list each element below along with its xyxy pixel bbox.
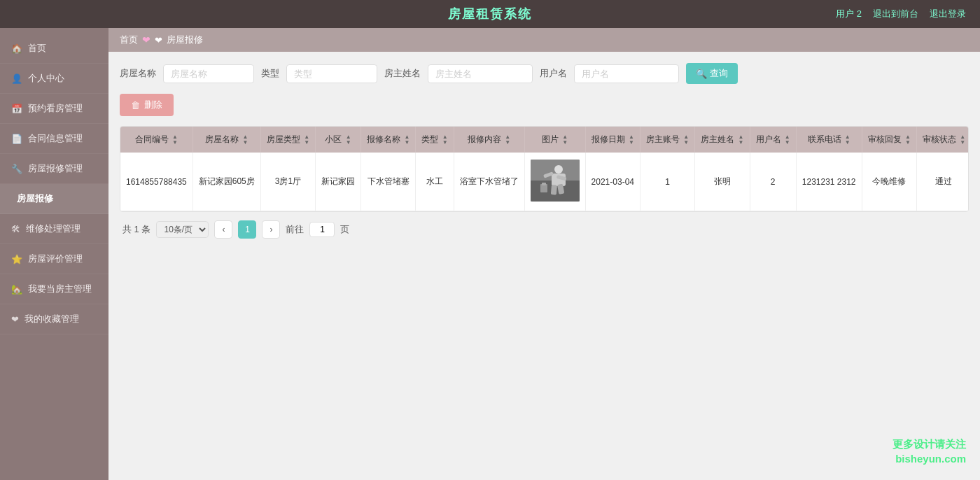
breadcrumb-current: 房屋报修 (167, 34, 203, 46)
col-community: 小区 ▲▼ (316, 127, 361, 153)
sidebar-item-contract[interactable]: 📄 合同信息管理 (0, 124, 108, 154)
pagination-total: 共 1 条 (122, 223, 150, 236)
delete-button[interactable]: 🗑 删除 (120, 94, 174, 116)
sidebar-item-repair[interactable]: 房屋报修 (0, 184, 108, 214)
table-cell: 1231231 2312 (796, 153, 862, 211)
svg-point-2 (554, 165, 563, 174)
wrench-icon: 🔧 (11, 164, 22, 174)
breadcrumb-sep: ❤ (142, 34, 150, 45)
table-cell-image (524, 153, 585, 211)
col-house-type: 房屋类型 ▲▼ (260, 127, 315, 153)
sidebar-item-booking-label: 预约看房管理 (28, 102, 83, 115)
sidebar-item-repair-mgmt[interactable]: 🔧 房屋报修管理 (0, 154, 108, 184)
sort-house-type[interactable]: ▲▼ (304, 134, 309, 146)
prev-page-button[interactable]: ‹ (214, 220, 232, 239)
table-cell: 2 (750, 153, 796, 211)
table-cell: 浴室下水管堵了 (454, 153, 524, 211)
search-bar: 房屋名称 类型 房主姓名 用户名 🔍 查询 (120, 63, 969, 84)
search-input-username[interactable] (574, 64, 679, 83)
table-row: 1614855788435新记家园605房3房1厅新记家园下水管堵塞水工浴室下水… (120, 153, 969, 211)
sort-image[interactable]: ▲▼ (562, 134, 568, 146)
search-button-label: 查询 (710, 67, 728, 80)
sort-owner-name[interactable]: ▲▼ (738, 134, 744, 146)
sort-contract-no[interactable]: ▲▼ (172, 134, 178, 146)
col-content: 报修内容 ▲▼ (454, 127, 524, 153)
table-cell: 新记家园 (316, 153, 361, 211)
page-label: 页 (340, 223, 349, 236)
label-type: 类型 (261, 67, 279, 80)
action-bar: 🗑 删除 (120, 94, 969, 116)
current-page-button[interactable]: 1 (238, 220, 256, 239)
sidebar-item-maintenance-label: 维修处理管理 (26, 223, 80, 235)
sidebar-item-booking[interactable]: 📅 预约看房管理 (0, 94, 108, 124)
search-input-house-name[interactable] (163, 64, 254, 83)
breadcrumb-home[interactable]: 首页 (120, 34, 138, 46)
data-table: 合同编号 ▲▼ 房屋名称 ▲▼ 房屋类型 ▲▼ (120, 127, 969, 211)
table-cell: 1 (640, 153, 694, 211)
repair-image (531, 160, 580, 202)
sidebar-item-personal[interactable]: 👤 个人中心 (0, 64, 108, 94)
col-repair-name: 报修名称 ▲▼ (361, 127, 416, 153)
search-button[interactable]: 🔍 查询 (686, 63, 738, 84)
col-date: 报修日期 ▲▼ (585, 127, 640, 153)
col-house-name: 房屋名称 ▲▼ (192, 127, 260, 153)
person-icon: 👤 (11, 73, 22, 84)
search-input-owner-name[interactable] (428, 64, 533, 83)
top-nav-actions: 用户 2 退出到前台 退出登录 (836, 8, 966, 20)
table-cell: 新记家园605房 (192, 153, 260, 211)
col-owner-name: 房主姓名 ▲▼ (695, 127, 750, 153)
back-front-link[interactable]: 退出到前台 (873, 8, 918, 20)
sidebar-item-repair-label: 房屋报修 (17, 192, 53, 205)
col-status: 审核状态 ▲▼ (916, 127, 969, 153)
sort-repair-name[interactable]: ▲▼ (404, 134, 410, 146)
table-cell: 3房1厅 (260, 153, 315, 211)
sort-house-name[interactable]: ▲▼ (242, 134, 248, 146)
sort-content[interactable]: ▲▼ (505, 134, 510, 146)
sort-username[interactable]: ▲▼ (785, 134, 790, 146)
goto-page-input[interactable] (309, 222, 335, 237)
col-contract-no: 合同编号 ▲▼ (120, 127, 192, 153)
sort-owner-account[interactable]: ▲▼ (683, 134, 689, 146)
sidebar-item-home[interactable]: 🏠 首页 (0, 34, 108, 64)
search-input-type[interactable] (286, 64, 377, 83)
label-username: 用户名 (540, 67, 567, 80)
heart-icon: ❤ (11, 314, 19, 325)
house-icon: 🏡 (11, 284, 22, 295)
calendar-icon: 📅 (11, 104, 22, 114)
pagination: 共 1 条 10条/页 20条/页 50条/页 ‹ 1 › 前往 页 (120, 212, 969, 247)
breadcrumb-sep2: ❤ (155, 35, 162, 45)
label-house-name: 房屋名称 (120, 67, 156, 80)
sort-phone[interactable]: ▲▼ (845, 134, 850, 146)
sort-reply[interactable]: ▲▼ (905, 134, 911, 146)
sidebar-item-evaluation-label: 房屋评价管理 (28, 253, 83, 265)
sort-date[interactable]: ▲▼ (629, 134, 634, 146)
sidebar-item-favorites-label: 我的收藏管理 (24, 313, 79, 325)
table-cell: 1614855788435 (120, 153, 192, 211)
page-size-select[interactable]: 10条/页 20条/页 50条/页 (156, 221, 209, 238)
label-owner-name: 房主姓名 (384, 67, 421, 80)
sort-community[interactable]: ▲▼ (346, 134, 351, 146)
table-cell: 2021-03-04 (585, 153, 640, 211)
sidebar-item-landlord-label: 我要当房主管理 (28, 283, 92, 295)
table-cell: 水工 (416, 153, 454, 211)
svg-rect-9 (542, 183, 546, 185)
logout-link[interactable]: 退出登录 (930, 8, 966, 20)
sort-type[interactable]: ▲▼ (442, 134, 448, 146)
delete-button-label: 删除 (144, 99, 162, 111)
svg-rect-6 (550, 185, 556, 195)
search-icon: 🔍 (696, 69, 707, 79)
sidebar-item-evaluation[interactable]: ⭐ 房屋评价管理 (0, 244, 108, 274)
sort-status[interactable]: ▲▼ (960, 134, 965, 146)
home-icon: 🏠 (11, 43, 22, 54)
sidebar-item-repair-mgmt-label: 房屋报修管理 (28, 162, 83, 175)
main-content: 首页 ❤ ❤ 房屋报修 房屋名称 类型 房主姓名 用户名 🔍 查询 (108, 28, 980, 480)
col-reply: 审核回复 ▲▼ (862, 127, 916, 153)
sidebar-item-maintenance[interactable]: 🛠 维修处理管理 (0, 214, 108, 244)
sidebar-item-favorites[interactable]: ❤ 我的收藏管理 (0, 304, 108, 334)
table-cell: 今晚维修 (862, 153, 916, 211)
sidebar-item-landlord[interactable]: 🏡 我要当房主管理 (0, 274, 108, 304)
table-cell: 通过 (916, 153, 969, 211)
next-page-button[interactable]: › (262, 220, 280, 239)
sidebar-item-personal-label: 个人中心 (28, 72, 64, 85)
trash-icon: 🗑 (131, 100, 140, 111)
